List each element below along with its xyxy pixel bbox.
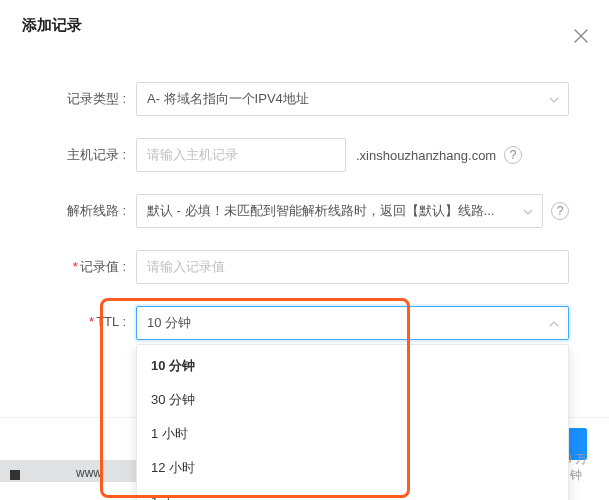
label-value-text: 记录值 :	[80, 259, 126, 274]
select-ttl[interactable]: 10 分钟	[136, 306, 569, 340]
close-icon	[573, 28, 589, 44]
label-host: 主机记录 :	[40, 146, 136, 164]
input-value[interactable]: 请输入记录值	[136, 250, 569, 284]
label-ttl-text: TTL :	[96, 314, 126, 329]
label-line: 解析线路 :	[40, 202, 136, 220]
ttl-option[interactable]: 1 天	[137, 485, 568, 500]
select-record-type[interactable]: A- 将域名指向一个IPV4地址	[136, 82, 569, 116]
question-icon: ?	[510, 148, 517, 162]
field-ttl: 10 分钟 10 分钟 30 分钟 1 小时 12 小时 1 天	[136, 306, 569, 340]
bg-square	[10, 470, 20, 480]
help-host[interactable]: ?	[504, 146, 522, 164]
dialog-body: 记录类型 : A- 将域名指向一个IPV4地址 主机记录 : 请输入主机记录 .…	[0, 50, 609, 340]
label-value: *记录值 :	[40, 258, 136, 276]
row-ttl: *TTL : 10 分钟 10 分钟 30 分钟 1 小时 12 小时 1 天	[40, 306, 569, 340]
chevron-down-icon	[523, 195, 533, 227]
select-line-value: 默认 - 必填！未匹配到智能解析线路时，返回【默认】线路...	[147, 195, 494, 227]
row-record-type: 记录类型 : A- 将域名指向一个IPV4地址	[40, 82, 569, 116]
select-record-type-value: A- 将域名指向一个IPV4地址	[147, 83, 309, 115]
label-ttl: *TTL :	[40, 306, 136, 329]
add-record-dialog: 添加记录 记录类型 : A- 将域名指向一个IPV4地址 主机记录 :	[0, 0, 609, 500]
question-icon: ?	[557, 204, 564, 218]
ttl-option[interactable]: 1 小时	[137, 417, 568, 451]
bg-www-text: www	[76, 466, 102, 480]
chevron-up-icon	[549, 307, 559, 339]
bg-right-text-2: 钟	[570, 467, 582, 484]
select-ttl-value: 10 分钟	[147, 315, 191, 330]
ttl-option[interactable]: 12 小时	[137, 451, 568, 485]
ttl-dropdown: 10 分钟 30 分钟 1 小时 12 小时 1 天	[136, 344, 569, 500]
field-value: 请输入记录值	[136, 250, 569, 284]
select-line[interactable]: 默认 - 必填！未匹配到智能解析线路时，返回【默认】线路...	[136, 194, 543, 228]
chevron-down-icon	[549, 83, 559, 115]
domain-suffix: .xinshouzhanzhang.com	[356, 148, 496, 163]
input-host[interactable]: 请输入主机记录	[136, 138, 346, 172]
dialog-title: 添加记录	[22, 16, 82, 33]
field-record-type: A- 将域名指向一个IPV4地址	[136, 82, 569, 116]
close-button[interactable]	[573, 14, 593, 34]
row-line: 解析线路 : 默认 - 必填！未匹配到智能解析线路时，返回【默认】线路... ?	[40, 194, 569, 228]
field-host: 请输入主机记录	[136, 138, 346, 172]
input-host-placeholder: 请输入主机记录	[147, 139, 238, 171]
ttl-option[interactable]: 30 分钟	[137, 383, 568, 417]
field-line: 默认 - 必填！未匹配到智能解析线路时，返回【默认】线路...	[136, 194, 543, 228]
dialog-header: 添加记录	[0, 0, 609, 50]
row-host: 主机记录 : 请输入主机记录 .xinshouzhanzhang.com ?	[40, 138, 569, 172]
label-record-type: 记录类型 :	[40, 90, 136, 108]
row-value: *记录值 : 请输入记录值	[40, 250, 569, 284]
help-line[interactable]: ?	[551, 202, 569, 220]
input-value-placeholder: 请输入记录值	[147, 251, 225, 283]
ttl-option[interactable]: 10 分钟	[137, 349, 568, 383]
